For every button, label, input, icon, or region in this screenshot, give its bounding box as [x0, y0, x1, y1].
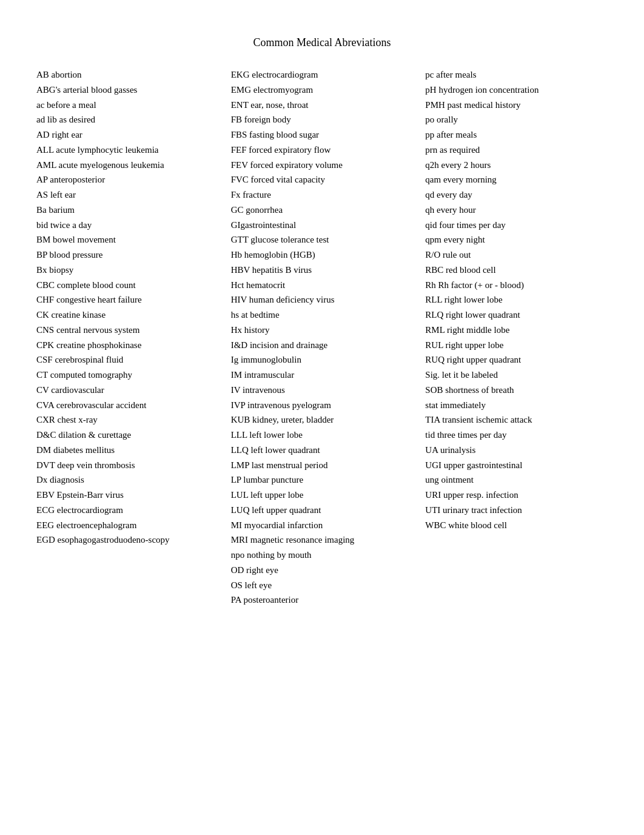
list-item: RUQ right upper quadrant	[425, 352, 608, 367]
list-item: Bx biopsy	[36, 263, 219, 278]
list-item: AP anteroposterior	[36, 172, 219, 187]
list-item: qpm every night	[425, 232, 608, 247]
list-item: UA urinalysis	[425, 443, 608, 458]
list-item: FVC forced vital capacity	[231, 172, 414, 187]
list-item: ung ointment	[425, 472, 608, 488]
list-item: hs at bedtime	[231, 307, 414, 323]
list-item: CT computed tomography	[36, 367, 219, 383]
list-item: RML right middle lobe	[425, 323, 608, 338]
list-item: GC gonorrhea	[231, 203, 414, 218]
list-item: qam every morning	[425, 172, 608, 187]
list-item: KUB kidney, ureter, bladder	[231, 412, 414, 428]
list-item: URI upper resp. infection	[425, 488, 608, 503]
list-item: RUL right upper lobe	[425, 338, 608, 353]
list-item: LMP last menstrual period	[231, 458, 414, 473]
list-item: AD right ear	[36, 127, 219, 143]
list-item: CXR chest x-ray	[36, 412, 219, 428]
list-item: LLQ left lower quadrant	[231, 443, 414, 458]
list-item: ENT ear, nose, throat	[231, 98, 414, 113]
list-item: GIgastrointestinal	[231, 218, 414, 233]
list-item: AS left ear	[36, 187, 219, 203]
list-item: q2h every 2 hours	[425, 158, 608, 173]
list-item: Hb hemoglobin (HGB)	[231, 247, 414, 263]
list-item: CHF congestive heart failure	[36, 292, 219, 307]
list-item: CVA cerebrovascular accident	[36, 398, 219, 413]
list-item: D&C dilation & curettage	[36, 428, 219, 443]
list-item: FEF forced expiratory flow	[231, 143, 414, 158]
list-item: LUL left upper lobe	[231, 488, 414, 503]
list-item: npo nothing by mouth	[231, 548, 414, 563]
list-item: FB foreign body	[231, 112, 414, 127]
list-item: Sig. let it be labeled	[425, 367, 608, 383]
list-item: Dx diagnosis	[36, 472, 219, 488]
list-item: SOB shortness of breath	[425, 383, 608, 398]
list-item: OD right eye	[231, 563, 414, 578]
list-item: RLQ right lower quadrant	[425, 307, 608, 323]
list-item: ECG electrocardiogram	[36, 503, 219, 518]
list-item: pH hydrogen ion concentration	[425, 82, 608, 98]
page-title: Common Medical Abreviations	[36, 36, 608, 49]
list-item: RBC red blood cell	[425, 263, 608, 278]
list-item: DVT deep vein thrombosis	[36, 458, 219, 473]
list-item: FEV forced expiratory volume	[231, 158, 414, 173]
list-item: bid twice a day	[36, 218, 219, 233]
list-item: pc after meals	[425, 67, 608, 82]
list-item: Hct hematocrit	[231, 278, 414, 293]
list-item: EKG electrocardiogram	[231, 67, 414, 82]
list-item: CV cardiovascular	[36, 383, 219, 398]
list-item: UTI urinary tract infection	[425, 503, 608, 518]
list-item: TIA transient ischemic attack	[425, 412, 608, 428]
column-3: pc after mealspH hydrogen ion concentrat…	[419, 67, 608, 532]
list-item: pp after meals	[425, 127, 608, 143]
list-item: EMG electromyogram	[231, 82, 414, 98]
list-item: LLL left lower lobe	[231, 428, 414, 443]
list-item: I&D incision and drainage	[231, 338, 414, 353]
list-item: ALL acute lymphocytic leukemia	[36, 143, 219, 158]
list-item: UGI upper gastrointestinal	[425, 458, 608, 473]
list-item: CPK creatine phosphokinase	[36, 338, 219, 353]
list-item: FBS fasting blood sugar	[231, 127, 414, 143]
list-item: IM intramuscular	[231, 367, 414, 383]
list-item: HBV hepatitis B virus	[231, 263, 414, 278]
list-item: IV intravenous	[231, 383, 414, 398]
list-item: DM diabetes mellitus	[36, 443, 219, 458]
list-item: HIV human deficiency virus	[231, 292, 414, 307]
list-item: GTT glucose tolerance test	[231, 232, 414, 247]
list-item: ad lib as desired	[36, 112, 219, 127]
list-item: MI myocardial infarction	[231, 518, 414, 533]
list-item: LP lumbar puncture	[231, 472, 414, 488]
list-item: Ba barium	[36, 203, 219, 218]
list-item: qd every day	[425, 187, 608, 203]
list-item: CK creatine kinase	[36, 307, 219, 323]
list-item: PMH past medical history	[425, 98, 608, 113]
list-item: RLL right lower lobe	[425, 292, 608, 307]
list-item: Fx fracture	[231, 187, 414, 203]
list-item: CSF cerebrospinal fluid	[36, 352, 219, 367]
list-item: prn as required	[425, 143, 608, 158]
column-1: AB abortionABG's arterial blood gassesac…	[36, 67, 225, 548]
list-item: AB abortion	[36, 67, 219, 82]
list-item: AML acute myelogenous leukemia	[36, 158, 219, 173]
list-item: EGD esophagogastroduodeno-scopy	[36, 532, 219, 548]
list-item: ac before a meal	[36, 98, 219, 113]
list-item: tid three times per day	[425, 428, 608, 443]
list-item: WBC white blood cell	[425, 518, 608, 533]
list-item: LUQ left upper quadrant	[231, 503, 414, 518]
list-item: IVP intravenous pyelogram	[231, 398, 414, 413]
list-item: qh every hour	[425, 203, 608, 218]
list-item: EEG electroencephalogram	[36, 518, 219, 533]
list-item: R/O rule out	[425, 247, 608, 263]
list-item: qid four times per day	[425, 218, 608, 233]
list-item: CNS central nervous system	[36, 323, 219, 338]
list-item: ABG's arterial blood gasses	[36, 82, 219, 98]
list-item: CBC complete blood count	[36, 278, 219, 293]
list-item: Ig immunoglobulin	[231, 352, 414, 367]
list-item: stat immediately	[425, 398, 608, 413]
list-item: EBV Epstein-Barr virus	[36, 488, 219, 503]
list-item: PA posteroanterior	[231, 592, 414, 608]
list-item: Hx history	[231, 323, 414, 338]
list-item: BM bowel movement	[36, 232, 219, 247]
list-item: BP blood pressure	[36, 247, 219, 263]
list-item: po orally	[425, 112, 608, 127]
list-item: MRI magnetic resonance imaging	[231, 532, 414, 548]
